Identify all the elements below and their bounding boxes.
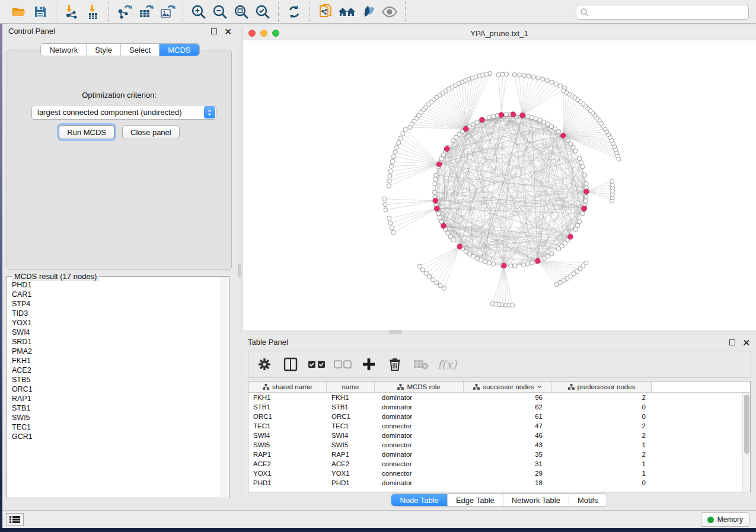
table-row[interactable]: YOX1YOX1connector291 [248,469,750,478]
delete-column-icon[interactable] [386,355,404,373]
close-panel-icon[interactable]: ⨯ [224,28,232,34]
mcds-result-list[interactable]: PHD1CAR1STP4TID3YOX1SWI4SRD1PMA2FKH1ACE2… [12,280,219,495]
scrollbar-thumb[interactable] [744,395,749,454]
splitter-handle[interactable] [238,264,241,277]
style-icon[interactable] [358,2,379,21]
mcds-result-item[interactable]: PMA2 [12,347,219,356]
tab-edge-table[interactable]: Edge Table [448,494,503,506]
mcds-result-item[interactable]: FKH1 [12,356,219,366]
delete-table-icon[interactable] [412,355,430,373]
close-panel-button[interactable]: Close panel [122,125,180,139]
tab-node-table[interactable]: Node Table [391,494,448,506]
column-header-predecessor-nodes[interactable]: predecessor nodes [552,382,652,392]
mcds-result-item[interactable]: SWI5 [12,413,219,422]
table-row[interactable]: SWI4SWI4dominator462 [248,431,750,440]
import-network-icon[interactable] [61,2,82,21]
task-history-button[interactable] [6,513,24,526]
open-file-icon[interactable] [8,2,30,21]
table-row[interactable]: ORC1ORC1dominator610 [248,412,750,421]
mcds-result-item[interactable]: STB1 [12,403,219,413]
run-mcds-button[interactable]: Run MCDS [59,125,114,139]
toolbar-group-export [109,2,183,22]
network-file-icon[interactable] [315,2,336,21]
table-cell: 2 [552,432,652,439]
table-cell: STB1 [327,403,375,411]
table-scrollbar[interactable] [742,393,750,492]
table-cell: 0 [552,479,652,486]
export-table-icon[interactable] [135,2,157,21]
main-toolbar [0,0,756,24]
table-row[interactable]: RAP1RAP1dominator352 [248,450,750,459]
table-row[interactable]: PHD1PHD1dominator180 [248,478,750,488]
mcds-result-item[interactable]: TID3 [12,309,219,318]
mcds-result-item[interactable]: STB5 [12,375,219,384]
column-header-shared-name[interactable]: shared name [248,382,327,392]
refresh-icon[interactable] [283,2,305,21]
tab-network[interactable]: Network [41,44,87,56]
mcds-result-item[interactable]: SWI4 [12,328,219,337]
select-all-icon[interactable] [308,355,326,373]
import-table-icon[interactable] [82,2,104,21]
mcds-result-item[interactable]: RAP1 [12,394,219,403]
table-cell: 0 [552,403,652,411]
table-row[interactable]: STB1STB1dominator620 [248,402,750,412]
network-canvas[interactable] [243,40,756,330]
table-cell: PHD1 [248,479,327,486]
add-column-icon[interactable] [360,355,378,373]
zoom-fit-icon[interactable] [231,2,252,21]
zoom-window-icon[interactable] [272,30,279,37]
column-header-successor-nodes[interactable]: successor nodes [464,382,552,392]
search-box[interactable] [576,5,749,20]
column-header-mcds-role[interactable]: MCDS role [375,382,464,392]
mcds-result-item[interactable]: YOX1 [12,318,219,328]
close-window-icon[interactable] [248,30,256,37]
optimization-criterion-select[interactable]: largest connected component (undirected) [31,105,216,120]
mcds-result-scrollbar[interactable] [221,277,228,497]
save-session-icon[interactable] [30,2,51,21]
float-panel-icon[interactable] [211,28,217,34]
table-cell: 35 [464,451,552,458]
memory-button[interactable]: Memory [701,512,749,527]
table-row[interactable]: ACE2ACE2connector311 [248,459,750,469]
zoom-selected-icon[interactable] [252,2,273,21]
zoom-out-icon[interactable] [209,2,231,21]
table-row[interactable]: TEC1TEC1connector472 [248,421,750,431]
mcds-result-item[interactable]: CAR1 [12,290,219,299]
tab-mcds[interactable]: MCDS [160,44,199,56]
mcds-result-item[interactable]: SRD1 [12,337,219,347]
mcds-result-item[interactable]: GCR1 [12,432,219,441]
mcds-result-item[interactable]: PHD1 [12,280,219,290]
float-panel-icon[interactable] [729,339,735,345]
zoom-in-icon[interactable] [188,2,209,21]
split-panel-icon[interactable] [282,355,299,373]
tab-select[interactable]: Select [121,44,160,56]
function-builder-icon[interactable]: f(x) [438,355,456,373]
minimize-window-icon[interactable] [260,30,267,37]
home-icon[interactable] [336,2,358,21]
vertical-splitter[interactable] [238,24,242,510]
column-header-name[interactable]: name [327,382,375,392]
export-network-icon[interactable] [114,2,135,21]
mcds-result-item[interactable]: ACE2 [12,366,219,375]
mcds-result-item[interactable]: TEC1 [12,422,219,432]
export-image-icon[interactable] [157,2,178,21]
mcds-result-item[interactable]: ORC1 [12,384,219,394]
mcds-result-box: MCDS result (17 nodes) PHD1CAR1STP4TID3Y… [7,276,229,498]
tab-style[interactable]: Style [87,44,121,56]
node-table[interactable]: shared namenameMCDS rolesuccessor nodesp… [248,381,751,492]
table-cell: 2 [552,422,652,430]
table-cell: 18 [464,479,552,486]
mcds-result-item[interactable]: STP4 [12,299,219,309]
close-panel-icon[interactable]: ⨯ [742,339,750,345]
table-row[interactable]: FKH1FKH1dominator962 [248,393,750,402]
table-row[interactable]: SWI5SWI5connector431 [248,440,750,450]
horizontal-splitter[interactable] [242,330,756,335]
deselect-all-icon[interactable] [334,355,352,373]
table-settings-icon[interactable] [256,355,273,373]
tab-motifs[interactable]: Motifs [569,494,607,506]
show-hide-icon[interactable] [379,2,400,21]
splitter-handle[interactable] [389,331,402,334]
tab-network-table[interactable]: Network Table [503,494,569,506]
network-window-titlebar[interactable]: YPA_prune.txt_1 [243,27,756,40]
search-input[interactable] [589,7,748,18]
